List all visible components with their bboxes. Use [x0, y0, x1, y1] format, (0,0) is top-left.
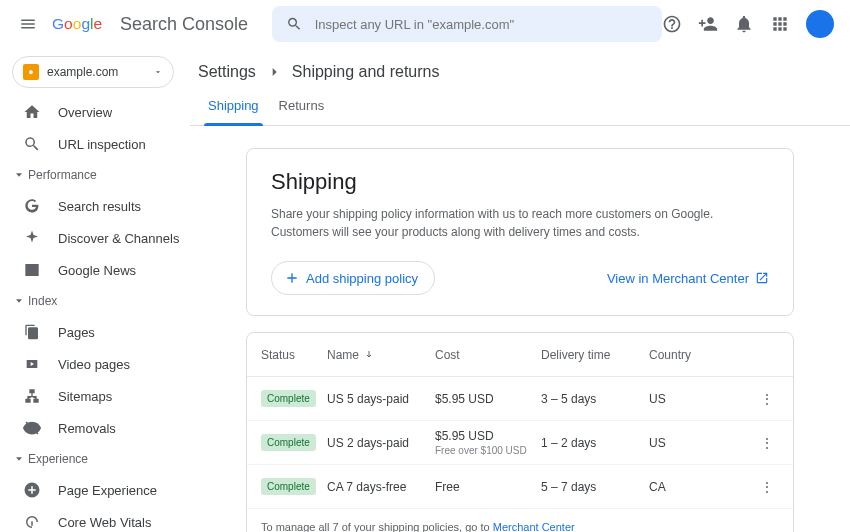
- table-row[interactable]: Complete US 5 days-paid $5.95 USD 3 – 5 …: [247, 377, 793, 421]
- cell-country: US: [649, 436, 755, 450]
- th-cost[interactable]: Cost: [435, 348, 541, 362]
- status-badge: Complete: [261, 390, 316, 407]
- google-logo-icon: Google: [52, 13, 116, 35]
- sidebar-item-label: Search results: [58, 199, 141, 214]
- sidebar-item-video-pages[interactable]: Video pages: [0, 348, 182, 380]
- account-avatar[interactable]: [806, 10, 834, 38]
- cell-country: US: [649, 392, 755, 406]
- plus-icon: [284, 270, 300, 286]
- sidebar-item-label: Core Web Vitals: [58, 515, 151, 530]
- sidebar-item-removals[interactable]: Removals: [0, 412, 182, 444]
- card-description: Share your shipping policy information w…: [271, 205, 769, 241]
- status-badge: Complete: [261, 434, 316, 451]
- sidebar-section-label: Performance: [28, 168, 97, 182]
- sidebar-section-label: Index: [28, 294, 57, 308]
- tab-shipping[interactable]: Shipping: [198, 88, 269, 125]
- status-badge: Complete: [261, 478, 316, 495]
- menu-icon[interactable]: [16, 12, 40, 36]
- cell-country: CA: [649, 480, 755, 494]
- card-title: Shipping: [271, 169, 769, 195]
- sidebar-item-label: Sitemaps: [58, 389, 112, 404]
- th-delivery[interactable]: Delivery time: [541, 348, 649, 362]
- apps-icon[interactable]: [770, 14, 790, 34]
- sidebar-item-cwv[interactable]: Core Web Vitals: [0, 506, 182, 532]
- sidebar-item-label: Page Experience: [58, 483, 157, 498]
- shipping-card: Shipping Share your shipping policy info…: [246, 148, 794, 316]
- shipping-policies-table: Status Name Cost Delivery time Country C…: [246, 332, 794, 532]
- breadcrumb-current: Shipping and returns: [292, 63, 440, 81]
- sidebar-item-label: Removals: [58, 421, 116, 436]
- cell-name: US 2 days-paid: [327, 436, 435, 450]
- add-shipping-policy-button[interactable]: Add shipping policy: [271, 261, 435, 295]
- th-name[interactable]: Name: [327, 348, 435, 362]
- row-menu-icon[interactable]: ⋮: [755, 479, 779, 495]
- plus-circle-icon: [22, 480, 42, 500]
- app-header: Google Search Console: [0, 0, 850, 48]
- chevron-down-icon: [153, 67, 163, 77]
- sidebar-item-label: Google News: [58, 263, 136, 278]
- breadcrumb-parent[interactable]: Settings: [198, 63, 256, 81]
- property-selector[interactable]: ● example.com: [12, 56, 174, 88]
- sidebar-section-index[interactable]: Index: [0, 286, 182, 316]
- cell-cost: $5.95 USD: [435, 392, 541, 406]
- sidebar-item-url-inspection[interactable]: URL inspection: [0, 128, 182, 160]
- sidebar-section-performance[interactable]: Performance: [0, 160, 182, 190]
- cell-cost: Free: [435, 480, 541, 494]
- sidebar-item-overview[interactable]: Overview: [0, 96, 182, 128]
- sidebar-section-experience[interactable]: Experience: [0, 444, 182, 474]
- app-logo[interactable]: Google Search Console: [52, 13, 248, 35]
- tabs: Shipping Returns: [190, 88, 850, 126]
- sidebar-item-label: Video pages: [58, 357, 130, 372]
- help-icon[interactable]: [662, 14, 682, 34]
- table-row[interactable]: Complete CA 7 days-free Free 5 – 7 days …: [247, 465, 793, 509]
- table-row[interactable]: Complete US 2 days-paid $5.95 USD Free o…: [247, 421, 793, 465]
- sidebar-item-page-experience[interactable]: Page Experience: [0, 474, 182, 506]
- link-label: View in Merchant Center: [607, 271, 749, 286]
- external-link-icon: [755, 271, 769, 285]
- button-label: Add shipping policy: [306, 271, 418, 286]
- tab-returns[interactable]: Returns: [269, 88, 335, 125]
- users-icon[interactable]: [698, 14, 718, 34]
- svg-text:Google: Google: [52, 15, 102, 32]
- sidebar-section-label: Experience: [28, 452, 88, 466]
- video-icon: [22, 354, 42, 374]
- cell-cost: $5.95 USD Free over $100 USD: [435, 429, 541, 456]
- row-menu-icon[interactable]: ⋮: [755, 435, 779, 451]
- sidebar-item-sitemaps[interactable]: Sitemaps: [0, 380, 182, 412]
- news-icon: [22, 260, 42, 280]
- th-country[interactable]: Country: [649, 348, 755, 362]
- sidebar-item-discover[interactable]: Discover & Channels: [0, 222, 182, 254]
- sidebar-item-label: Overview: [58, 105, 112, 120]
- view-in-merchant-center-link[interactable]: View in Merchant Center: [607, 271, 769, 286]
- search-icon: [286, 15, 303, 33]
- vitals-icon: [22, 512, 42, 532]
- app-title: Search Console: [120, 14, 248, 35]
- sidebar-item-label: Pages: [58, 325, 95, 340]
- breadcrumb: Settings Shipping and returns: [190, 48, 850, 84]
- search-input[interactable]: [315, 17, 648, 32]
- g-logo-icon: [22, 196, 42, 216]
- sidebar-item-pages[interactable]: Pages: [0, 316, 182, 348]
- cell-name: US 5 days-paid: [327, 392, 435, 406]
- main-content: Settings Shipping and returns Shipping R…: [190, 48, 850, 532]
- cell-delivery: 5 – 7 days: [541, 480, 649, 494]
- search-icon: [22, 134, 42, 154]
- table-header: Status Name Cost Delivery time Country: [247, 333, 793, 377]
- pages-icon: [22, 322, 42, 342]
- notifications-icon[interactable]: [734, 14, 754, 34]
- sitemap-icon: [22, 386, 42, 406]
- chevron-down-icon: [14, 296, 24, 306]
- property-icon: ●: [23, 64, 39, 80]
- cell-name: CA 7 days-free: [327, 480, 435, 494]
- table-footnote: To manage all 7 of your shipping policie…: [247, 509, 793, 532]
- url-inspect-search[interactable]: [272, 6, 662, 42]
- sidebar-item-label: URL inspection: [58, 137, 146, 152]
- cell-delivery: 1 – 2 days: [541, 436, 649, 450]
- home-icon: [22, 102, 42, 122]
- sidebar-item-search-results[interactable]: Search results: [0, 190, 182, 222]
- merchant-center-link[interactable]: Merchant Center: [493, 521, 575, 532]
- cell-delivery: 3 – 5 days: [541, 392, 649, 406]
- sidebar-item-news[interactable]: Google News: [0, 254, 182, 286]
- row-menu-icon[interactable]: ⋮: [755, 391, 779, 407]
- th-status[interactable]: Status: [261, 348, 327, 362]
